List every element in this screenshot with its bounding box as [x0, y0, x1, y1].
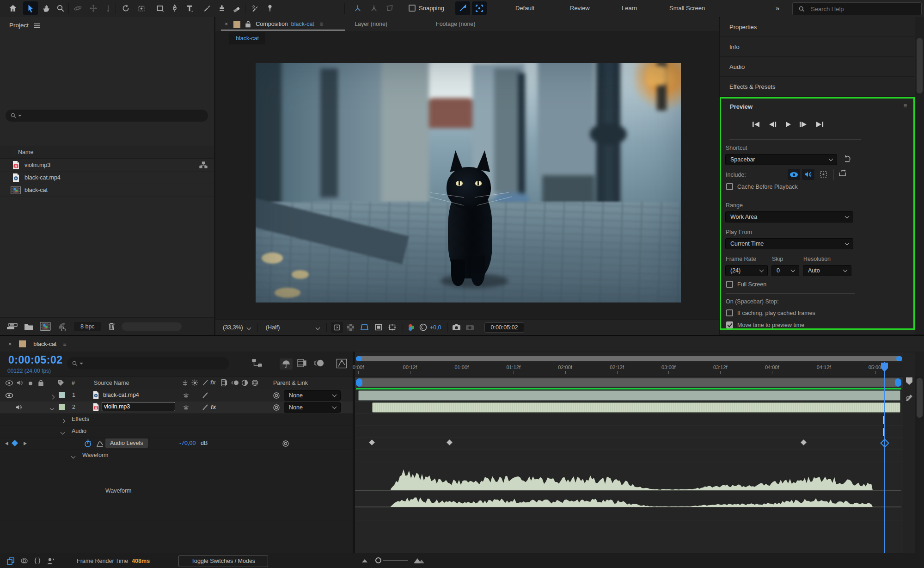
- layer-tab[interactable]: Layer (none): [355, 21, 387, 27]
- quality-switch-icon[interactable]: [202, 404, 208, 411]
- help-search-box[interactable]: [792, 2, 922, 15]
- audio-column-icon[interactable]: [17, 379, 24, 386]
- reset-icon[interactable]: [843, 154, 851, 163]
- project-item-black-cat-comp[interactable]: black-cat: [0, 184, 214, 197]
- project-item-black-cat-mp4[interactable]: black-cat.mp4: [0, 171, 214, 184]
- preview-menu-icon[interactable]: ≡: [904, 103, 907, 109]
- shape-tool-icon[interactable]: [153, 1, 167, 15]
- if-caching-checkbox[interactable]: [726, 309, 733, 316]
- panel-resize-handle[interactable]: [122, 322, 182, 331]
- work-area-start-handle[interactable]: [356, 378, 362, 387]
- home-icon[interactable]: [6, 1, 20, 15]
- selection-tool-icon[interactable]: [23, 1, 38, 15]
- composition-tab-name[interactable]: black-cat: [291, 21, 314, 27]
- name-column-header[interactable]: Name: [14, 149, 33, 155]
- graph-override-icon[interactable]: [96, 441, 104, 447]
- rotation-tool-icon[interactable]: [118, 1, 133, 15]
- workspace-tab-default[interactable]: Default: [515, 0, 534, 16]
- solo-column-icon[interactable]: [29, 382, 32, 385]
- cache-before-playback-checkbox[interactable]: [726, 183, 733, 190]
- project-item-violin[interactable]: violin.mp3: [0, 159, 214, 172]
- layer-color-swatch[interactable]: [59, 392, 65, 398]
- world-axis-mode-icon[interactable]: [367, 1, 381, 15]
- include-overlays-icon[interactable]: [817, 169, 830, 180]
- view-axis-mode-icon[interactable]: [382, 1, 397, 15]
- playhead-line[interactable]: [884, 362, 885, 554]
- timeline-h-scrollbar[interactable]: [356, 356, 902, 361]
- work-area-end-handle[interactable]: [895, 378, 901, 387]
- scrollbar-cap[interactable]: [356, 356, 362, 361]
- new-folder-icon[interactable]: [24, 323, 33, 330]
- snapshot-camera-icon[interactable]: [452, 324, 461, 331]
- motion-blur-icon[interactable]: [313, 358, 324, 368]
- orbit-camera-tool-icon[interactable]: [70, 1, 85, 15]
- scrollbar-thumb[interactable]: [917, 378, 923, 418]
- layer-source-name[interactable]: black-cat.mp4: [103, 392, 139, 398]
- workspace-tab-review[interactable]: Review: [570, 0, 590, 16]
- effects-group-row[interactable]: Effects: [0, 414, 353, 426]
- audio-levels-row[interactable]: Audio Levels -70,00 dB: [0, 438, 353, 450]
- layer-row-1[interactable]: 1 black-cat.mp4 None: [0, 389, 353, 402]
- play-from-dropdown[interactable]: Current Time: [725, 238, 853, 249]
- include-audio-icon[interactable]: [802, 169, 814, 180]
- expand-layers-icon[interactable]: [6, 557, 15, 565]
- work-area-bar[interactable]: [356, 378, 901, 387]
- draft-3d-icon[interactable]: [280, 358, 293, 370]
- panel-tab-effects-presets[interactable]: Effects & Presets: [720, 77, 914, 97]
- effects-column-icon[interactable]: fx: [210, 379, 215, 386]
- interpret-footage-icon[interactable]: [6, 323, 18, 330]
- audio-group-row[interactable]: Audio: [0, 426, 353, 438]
- project-panel-menu-icon[interactable]: [33, 23, 40, 29]
- full-screen-checkbox[interactable]: [726, 281, 733, 288]
- project-search-box[interactable]: [6, 110, 208, 122]
- frame-blend-column-icon[interactable]: [221, 379, 227, 387]
- transparency-grid-icon[interactable]: [345, 322, 357, 333]
- author-icon[interactable]: [47, 557, 55, 565]
- property-pickwhip-icon[interactable]: [282, 440, 289, 447]
- expressions-icon[interactable]: [34, 557, 41, 565]
- roto-brush-tool-icon[interactable]: [248, 1, 263, 15]
- collapse-audio-icon[interactable]: [61, 429, 64, 435]
- time-ruler[interactable]: 0:00f 00:12f 01:00f 01:12f 02:00f 02:12f…: [355, 363, 903, 377]
- comp-flowchart-icon[interactable]: [905, 393, 913, 401]
- last-frame-button[interactable]: [815, 121, 824, 128]
- viewer-timecode[interactable]: 0:00:05:02: [484, 322, 524, 333]
- audio-layer-bar[interactable]: [372, 402, 900, 413]
- new-composition-icon[interactable]: [40, 322, 51, 331]
- pan-behind-tool-icon[interactable]: [134, 1, 149, 15]
- number-column-header[interactable]: #: [72, 380, 75, 386]
- panel-tab-audio[interactable]: Audio: [720, 57, 914, 77]
- keyframe-diamond[interactable]: [369, 439, 375, 445]
- puppet-pin-tool-icon[interactable]: [263, 1, 277, 15]
- previous-frame-button[interactable]: [768, 121, 777, 128]
- close-tab-icon[interactable]: ×: [225, 21, 228, 27]
- collapse-layer-icon[interactable]: [50, 405, 54, 411]
- eraser-tool-icon[interactable]: [229, 1, 244, 15]
- magnification-dropdown[interactable]: (33,3%): [219, 322, 253, 333]
- show-snapshot-icon[interactable]: [465, 324, 474, 331]
- collapse-column-icon[interactable]: [191, 379, 198, 386]
- trash-icon[interactable]: [108, 322, 116, 331]
- frame-rate-dropdown[interactable]: (24): [725, 265, 768, 276]
- workspace-tab-small-screen[interactable]: Small Screen: [669, 0, 705, 16]
- shy-column-icon[interactable]: [182, 379, 188, 387]
- video-column-icon[interactable]: [6, 380, 13, 386]
- timeline-menu-icon[interactable]: ≡: [63, 341, 66, 347]
- panel-tab-info[interactable]: Info: [720, 37, 914, 57]
- comp-color-label[interactable]: [233, 21, 240, 28]
- hand-tool-icon[interactable]: [39, 1, 54, 15]
- keyframe-diamond[interactable]: [801, 439, 807, 445]
- effects-switch-icon[interactable]: fx: [211, 404, 216, 410]
- quality-column-icon[interactable]: [202, 379, 208, 386]
- scrollbar-cap[interactable]: [896, 356, 902, 361]
- dolly-camera-tool-icon[interactable]: [101, 1, 116, 15]
- composition-image[interactable]: [256, 63, 681, 303]
- stopwatch-icon[interactable]: [84, 439, 92, 448]
- parent-dropdown[interactable]: None: [284, 390, 341, 401]
- video-layer-bar[interactable]: [358, 390, 900, 401]
- quality-switch-icon[interactable]: [202, 392, 208, 399]
- prev-keyframe-icon[interactable]: [5, 441, 9, 446]
- waveform-group-row[interactable]: Waveform: [0, 450, 353, 462]
- mask-visibility-icon[interactable]: [359, 322, 371, 333]
- mini-flowchart-icon[interactable]: [252, 358, 263, 368]
